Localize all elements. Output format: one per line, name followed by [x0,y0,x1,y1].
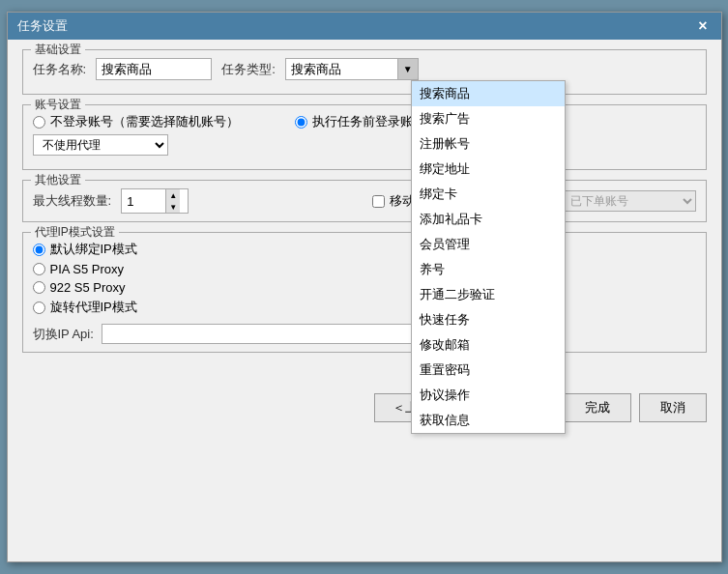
dropdown-item-reset-password[interactable]: 重置密码 [412,358,565,383]
dropdown-item-protocol-op[interactable]: 协议操作 [412,383,565,408]
proxy-mode2-radio[interactable] [33,263,45,275]
dialog-title: 任务设置 [17,17,68,35]
proxy-mode4-radio[interactable] [33,301,45,314]
done-button[interactable]: 完成 [564,393,631,422]
radio-no-login-label: 不登录账号（需要选择随机账号） [50,113,239,130]
radio-login-before-label: 执行任务前登录账号 [312,113,425,130]
dropdown-item-nurture[interactable]: 养号 [412,257,565,282]
task-name-input[interactable] [96,58,212,80]
dropdown-item-add-gift-card[interactable]: 添加礼品卡 [412,207,565,232]
proxy-mode-label: 代理IP模式设置 [31,224,119,241]
proxy-mode1-radio[interactable] [33,244,45,256]
other-settings-row: 最大线程数量: ▲ ▼ 移动运行错误账户到其他分类 [33,188,696,214]
cancel-button[interactable]: 取消 [639,393,707,422]
proxy-mode4-group: 旋转代理IP模式 [33,299,696,316]
account-settings-section: 账号设置 不登录账号（需要选择随机账号） 执行任务前登录账号 不使用代理 使用代… [22,104,707,170]
dropdown-item-get-info[interactable]: 获取信息 [412,408,565,433]
proxy-modes-container: 默认绑定IP模式 PIA S5 Proxy 922 S5 Proxy 旋转代理I… [33,241,696,344]
proxy-mode3-radio[interactable] [33,281,45,294]
ip-api-row: 切换IP Api: [33,324,696,344]
dropdown-item-search-product[interactable]: 搜索商品 [412,81,565,106]
max-threads-label: 最大线程数量: [33,192,112,210]
task-type-dropdown-container: ▼ 搜索商品 搜索广告 注册帐号 绑定地址 绑定卡 添加礼品卡 会员管理 养号 … [285,58,419,80]
proxy-mode1-label: 默认绑定IP模式 [50,241,137,258]
proxy-select[interactable]: 不使用代理 使用代理 [33,134,168,156]
move-error-accounts-checkbox[interactable] [372,195,385,208]
dialog-container: 任务设置 × 基础设置 任务名称: 任务类型: ▼ 搜索商品 搜索广告 [7,12,722,562]
proxy-mode2-group: PIA S5 Proxy [33,262,696,276]
proxy-mode2-label: PIA S5 Proxy [50,262,125,276]
dropdown-item-register[interactable]: 注册帐号 [412,131,565,157]
radio-no-login[interactable] [33,116,45,129]
max-threads-row: 最大线程数量: ▲ ▼ [33,188,189,214]
number-spin-buttons: ▲ ▼ [165,189,180,213]
radio-login-before[interactable] [295,116,307,129]
dropdown-item-change-email[interactable]: 修改邮箱 [412,332,565,358]
sub-account-select[interactable]: 已下单账号 [561,190,696,212]
dropdown-item-two-step[interactable]: 开通二步验证 [412,282,565,307]
proxy-mode1-group: 默认绑定IP模式 [33,241,696,258]
spin-down-button[interactable]: ▼ [166,201,180,213]
basic-form-row: 任务名称: 任务类型: ▼ 搜索商品 搜索广告 注册帐号 绑定地址 绑定卡 [33,58,696,80]
radio-no-login-group: 不登录账号（需要选择随机账号） [33,113,239,130]
proxy-mode4-label: 旋转代理IP模式 [50,299,137,316]
proxy-mode3-group: 922 S5 Proxy [33,280,696,295]
proxy-row: 不使用代理 使用代理 [33,134,696,156]
task-type-label: 任务类型: [221,61,276,78]
account-radio-row: 不登录账号（需要选择随机账号） 执行任务前登录账号 [33,113,696,130]
other-settings-section: 其他设置 最大线程数量: ▲ ▼ 移动运行错误账户到其他分类 [22,180,707,222]
proxy-mode3-label: 922 S5 Proxy [50,280,126,295]
task-type-dropdown-menu: 搜索商品 搜索广告 注册帐号 绑定地址 绑定卡 添加礼品卡 会员管理 养号 开通… [411,80,566,434]
ip-api-label: 切换IP Api: [33,326,94,343]
task-type-input[interactable] [285,58,419,80]
dialog-titlebar: 任务设置 × [8,13,721,40]
dropdown-item-member-mgmt[interactable]: 会员管理 [412,232,565,257]
max-threads-input[interactable] [122,192,165,211]
dropdown-item-bind-address[interactable]: 绑定地址 [412,157,565,182]
dropdown-item-bind-card[interactable]: 绑定卡 [412,182,565,207]
other-settings-label: 其他设置 [31,172,85,188]
dialog-body: 基础设置 任务名称: 任务类型: ▼ 搜索商品 搜索广告 注册帐号 绑定地址 [8,40,721,372]
proxy-mode-section: 代理IP模式设置 默认绑定IP模式 PIA S5 Proxy 922 S5 Pr… [22,232,707,353]
task-name-label: 任务名称: [33,61,87,78]
task-type-wrapper: ▼ [285,58,419,80]
spin-up-button[interactable]: ▲ [166,189,180,201]
max-threads-input-wrap: ▲ ▼ [121,188,189,214]
close-button[interactable]: × [694,17,711,35]
radio-login-before-group: 执行任务前登录账号 [295,113,425,130]
basic-settings-section: 基础设置 任务名称: 任务类型: ▼ 搜索商品 搜索广告 注册帐号 绑定地址 [22,49,707,95]
dropdown-item-search-ad[interactable]: 搜索广告 [412,106,565,131]
dropdown-item-quick-task[interactable]: 快速任务 [412,307,565,332]
dialog-footer: ＜上一步 下一步＞ 完成 取消 [8,382,721,434]
account-settings-label: 账号设置 [31,97,85,113]
basic-settings-label: 基础设置 [31,42,85,58]
